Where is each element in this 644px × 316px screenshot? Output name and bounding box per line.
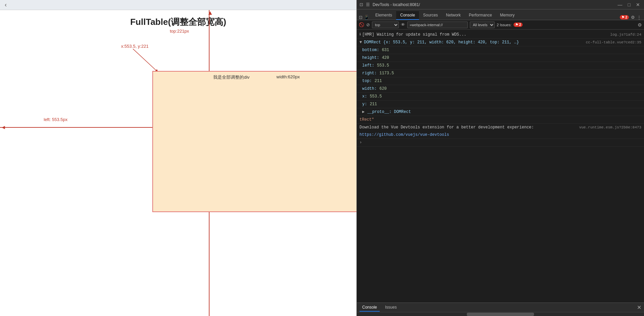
top-nav: ‹ <box>0 0 356 10</box>
prompt-symbol: › <box>359 140 362 146</box>
devtools-toolbar: 🚫 ⊘ top 👁 All levels 2 Issues: ⚑ 2 ⚙ <box>357 20 644 30</box>
top-measurement-line <box>209 10 210 71</box>
issues-label: 2 Issues: <box>497 23 512 27</box>
trect-text: tRect" <box>359 117 374 123</box>
responsive-icon[interactable]: 📱 <box>364 15 369 20</box>
prop-height-key: height: <box>362 55 379 61</box>
restore-button[interactable]: □ <box>627 2 632 7</box>
prop-y-val: 211 <box>370 101 377 107</box>
prop-left-val: 553.5 <box>377 63 389 69</box>
left-measurement-line <box>0 127 152 128</box>
tab-memory[interactable]: Memory <box>496 11 519 20</box>
console-prop-width: width: 620 <box>357 85 644 93</box>
left-label: left: 553.5px <box>44 117 68 122</box>
xy-arrow <box>133 49 160 74</box>
error-badge: ⚑ 2 <box>620 15 629 19</box>
prop-bottom-val: 631 <box>382 47 389 53</box>
filter-icon[interactable]: ⊘ <box>366 22 370 27</box>
vue-source[interactable]: vue.runtime.esm.js?2b0e:8473 <box>579 124 641 130</box>
devtools-tabs: ⊡ 📱 Elements Console Sources Network Per… <box>357 9 644 20</box>
console-prop-proto: ▶ __proto__: DOMRect <box>357 108 644 116</box>
prop-proto-key: __proto__: DOMRect <box>367 109 411 115</box>
close-console-button[interactable]: ✕ <box>637 304 641 311</box>
prop-left-key: left: <box>362 63 374 69</box>
issues-badge[interactable]: ⚑ 2 <box>514 23 523 27</box>
top-arrow-up: ▲ <box>207 9 213 16</box>
tab-network[interactable]: Network <box>442 11 465 20</box>
eye-icon[interactable]: 👁 <box>401 22 405 27</box>
horizontal-scrollbar[interactable] <box>357 312 644 316</box>
console-output: ℹ [HMR] Waiting for update signal from W… <box>357 30 644 303</box>
prop-width-val: 620 <box>379 86 387 92</box>
box-width-label: width:620px <box>276 74 300 80</box>
devtools-titlebar: ⊡ ☰ DevTools - localhost:8081/ — □ ✕ <box>357 0 644 9</box>
tab-elements[interactable]: Elements <box>371 11 396 20</box>
prop-x-val: 553.5 <box>370 93 382 100</box>
page-title: FullTable(调整全部宽高) <box>0 10 356 28</box>
left-arrow-icon: ◄ <box>1 124 6 130</box>
prop-x-key: x: <box>362 93 367 100</box>
console-prompt[interactable]: › <box>357 139 644 147</box>
vue-devtools-text: Download the Vue Devtools extension for … <box>359 124 534 130</box>
box-labels: 我是全部调整的div width:620px <box>213 74 300 80</box>
prop-bottom-key: bottom: <box>362 47 379 53</box>
back-button[interactable]: ‹ <box>3 1 9 8</box>
console-line-hmr: ℹ [HMR] Waiting for update signal from W… <box>357 31 644 39</box>
console-prop-right: right: 1173.5 <box>357 70 644 77</box>
domrect-source[interactable]: cc-full-table.vue?ced2:35 <box>586 39 641 45</box>
devtools-inspect-icon[interactable]: ⊡ <box>359 2 363 7</box>
box-inner-text: 我是全部调整的div <box>213 74 250 80</box>
console-line-vue: Download the Vue Devtools extension for … <box>357 124 644 139</box>
console-prop-x: x: 553.5 <box>357 93 644 101</box>
minimize-button[interactable]: — <box>616 2 624 7</box>
tab-sources[interactable]: Sources <box>419 11 442 20</box>
inspect-element-icon[interactable]: ⊡ <box>359 15 363 20</box>
console-prop-y: y: 211 <box>357 101 644 108</box>
devtools-tab-icons: ⊡ 📱 <box>357 15 371 20</box>
more-icon[interactable]: ⋮ <box>637 15 641 20</box>
devtools-device-icon[interactable]: ☰ <box>366 2 370 7</box>
hmr-text: [HMR] Waiting for update signal from WDS… <box>362 32 466 38</box>
console-line-domrect: ▼ DOMRect {x: 553.5, y: 211, width: 620,… <box>357 39 644 46</box>
console-settings-icon[interactable]: ⚙ <box>638 22 642 28</box>
hmr-source[interactable]: log.js?1afd:24 <box>610 32 641 38</box>
prop-height-val: 420 <box>382 55 389 61</box>
close-button[interactable]: ✕ <box>635 2 641 7</box>
context-select[interactable]: top <box>372 22 399 28</box>
expand-domrect-icon[interactable]: ▼ <box>359 39 362 45</box>
filter-input[interactable] <box>407 22 468 28</box>
window-controls: — □ ✕ <box>616 2 641 7</box>
prop-right-val: 1173.5 <box>379 70 394 76</box>
prop-y-key: y: <box>362 101 367 107</box>
console-bottom-bar: Console Issues ✕ <box>357 303 644 312</box>
prop-right-key: right: <box>362 70 377 76</box>
tab-performance[interactable]: Performance <box>465 11 496 20</box>
settings-icon[interactable]: ⚙ <box>631 15 635 20</box>
svg-line-0 <box>133 49 157 71</box>
vue-devtools-link[interactable]: https://github.com/vuejs/vue-devtools <box>359 132 449 137</box>
prop-width-key: width: <box>362 86 377 92</box>
page-content: FullTable(调整全部宽高) ▲ top:221px x:553.5, y… <box>0 10 356 316</box>
domrect-text: DOMRect {x: 553.5, y: 211, width: 620, h… <box>364 39 519 45</box>
bottom-tab-issues[interactable]: Issues <box>382 304 400 312</box>
browser-area: ‹ FullTable(调整全部宽高) ▲ top:221px x:553.5,… <box>0 0 356 316</box>
tab-console[interactable]: Console <box>396 11 419 20</box>
devtools-panel: ⊡ ☰ DevTools - localhost:8081/ — □ ✕ ⊡ 📱… <box>356 0 644 316</box>
console-prop-bottom: bottom: 631 <box>357 46 644 54</box>
clear-console-icon[interactable]: 🚫 <box>359 22 364 27</box>
console-prop-top: top: 211 <box>357 77 644 85</box>
bottom-tab-console[interactable]: Console <box>359 304 380 312</box>
top-label: top:221px <box>170 29 189 34</box>
devtools-title: DevTools - localhost:8081/ <box>373 2 614 7</box>
console-line-trect: tRect" <box>357 116 644 124</box>
console-prop-left: left: 553.5 <box>357 62 644 70</box>
bottom-measurement-line <box>209 212 210 316</box>
expand-proto-icon[interactable]: ▶ <box>362 109 365 115</box>
xy-label: x:553.5, y:221 <box>121 44 149 49</box>
prop-top-val: 211 <box>375 78 382 84</box>
prop-top-key: top: <box>362 78 372 84</box>
console-prop-height: height: 420 <box>357 54 644 62</box>
highlight-box: 我是全部调整的div width:620px <box>152 71 356 212</box>
levels-select[interactable]: All levels <box>470 22 495 28</box>
